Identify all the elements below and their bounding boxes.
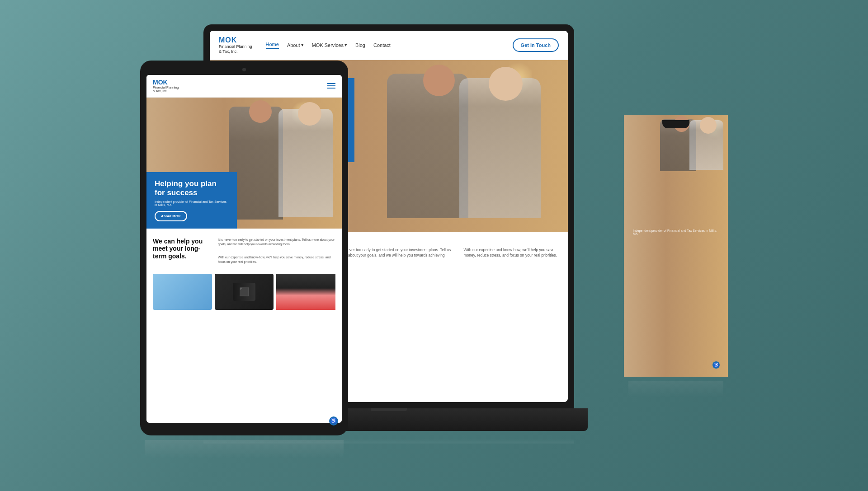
tablet-section-texts: It is never too early to get started on … xyxy=(218,238,335,265)
phone-hero-subtitle: Independent provider of Financial and Ta… xyxy=(633,229,719,235)
phone-accessibility-icon[interactable]: ♿ xyxy=(712,361,720,369)
laptop-nav-blog[interactable]: Blog xyxy=(355,42,365,48)
tablet-hamburger-menu[interactable] xyxy=(327,83,335,89)
laptop-navbar: MOK Financial Planning & Tax, Inc. Home … xyxy=(210,31,568,60)
laptop-nav-home[interactable]: Home xyxy=(266,42,279,49)
phone-device: MOK FINANCIAL PLANNING& TAX, INC. 📞 xyxy=(624,115,728,377)
laptop-nav-contact[interactable]: Contact xyxy=(373,42,391,48)
tablet-device: MOK Financial Planning & Tax, Inc. xyxy=(140,61,348,435)
tablet-section: We can help you meet your long-term goal… xyxy=(146,229,342,274)
tablet-logo-sub: Financial Planning & Tax, Inc. xyxy=(153,86,179,94)
laptop-nav-links: Home About ▾ MOK Services ▾ Blog Contact xyxy=(266,42,513,49)
tablet-navbar: MOK Financial Planning & Tax, Inc. xyxy=(146,75,342,98)
tablet-hero: Helping you plan for success Independent… xyxy=(146,98,342,229)
services-chevron-icon: ▾ xyxy=(344,42,347,48)
phone-body: MOK FINANCIAL PLANNING& TAX, INC. 📞 xyxy=(624,115,728,377)
tablet-logo-mok: MOK xyxy=(153,79,179,86)
tablet-section-title: We can help you meet your long-term goal… xyxy=(153,238,212,265)
phone-notch xyxy=(662,120,689,128)
laptop-nav-about[interactable]: About ▾ xyxy=(287,42,304,48)
tablet-hero-cta-button[interactable]: About MOK xyxy=(155,211,187,221)
tablet-hero-subtitle: Independent provider of Financial and Ta… xyxy=(155,200,229,206)
tablet-thumb-2: ⬛ xyxy=(215,274,274,310)
tablet-hero-title: Helping you plan for success xyxy=(155,179,229,197)
laptop-logo-mok: MOK xyxy=(219,36,252,44)
laptop-nav-services[interactable]: MOK Services ▾ xyxy=(312,42,347,48)
laptop-section-text1: It is never too early to get started on … xyxy=(338,244,455,264)
tablet-accessibility-icon[interactable]: ♿ xyxy=(329,416,338,426)
tablet-screen: MOK Financial Planning & Tax, Inc. xyxy=(146,75,342,423)
tablet-thumb-1 xyxy=(153,274,212,310)
about-chevron-icon: ▾ xyxy=(301,42,304,48)
tablet-body: MOK Financial Planning & Tax, Inc. xyxy=(140,61,348,435)
tablet-hero-box: Helping you plan for success Independent… xyxy=(146,172,237,228)
tablet-images-row: ⬛ xyxy=(146,274,342,316)
laptop-cta-button[interactable]: Get In Touch xyxy=(513,38,559,52)
phone-reflection xyxy=(628,381,723,397)
laptop-section-text2: With our expertise and know-how, we'll h… xyxy=(464,244,557,264)
tablet-camera xyxy=(242,68,246,71)
phone-screen: MOK FINANCIAL PLANNING& TAX, INC. 📞 xyxy=(627,130,724,371)
laptop-logo-sub: Financial Planning & Tax, Inc. xyxy=(219,44,252,54)
tablet-logo: MOK Financial Planning & Tax, Inc. xyxy=(153,79,179,94)
tablet-thumb-3 xyxy=(276,274,335,310)
scene: MOK Financial Planning & Tax, Inc. Home … xyxy=(140,24,728,467)
laptop-logo: MOK Financial Planning & Tax, Inc. xyxy=(219,36,252,54)
phone-hero-image xyxy=(627,146,724,205)
tablet-reflection xyxy=(145,440,344,458)
